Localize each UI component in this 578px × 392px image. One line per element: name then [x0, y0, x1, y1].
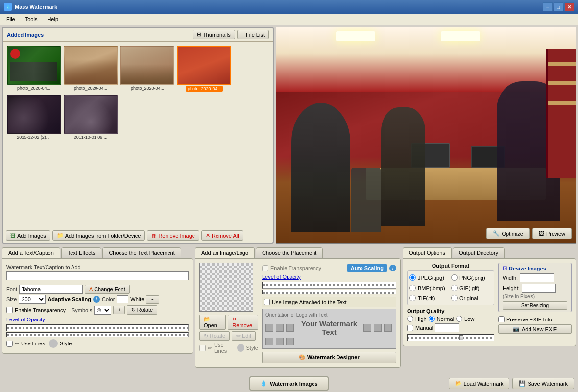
menu-help[interactable]: Help — [43, 15, 63, 24]
adaptive-scaling-label: Adaptive Scaling — [48, 296, 91, 302]
thumbnail-item[interactable]: photo_2020-04... — [120, 46, 174, 92]
auto-scaling-info-icon[interactable]: i — [389, 265, 396, 271]
width-row: Width: — [503, 273, 567, 282]
thumbnail-item[interactable]: photo_2020-04... — [177, 46, 231, 92]
remove-all-button[interactable]: ✕ Remove All — [201, 230, 243, 241]
menu-tools[interactable]: Tools — [21, 15, 42, 24]
preserve-exif-checkbox[interactable] — [498, 316, 505, 322]
tab-text-placement[interactable]: Choose the Text Placement — [102, 247, 181, 258]
thumbnail-label: 2011-10-01 09.... — [74, 135, 108, 140]
save-watermark-button[interactable]: 💾 Save Watermark — [512, 378, 574, 389]
remove-x-icon: ✕ — [232, 316, 237, 322]
logo-remove-button[interactable]: ✕ Remove — [228, 315, 258, 330]
logo-opacity-label: Level of Opacity — [262, 274, 396, 280]
logo-opacity-slider[interactable] — [262, 282, 396, 289]
watermark-images-button[interactable]: 💧 Watermark Images — [249, 376, 328, 391]
format-gif-radio[interactable] — [451, 285, 458, 291]
add-images-button[interactable]: 🖼 Add Images — [6, 230, 50, 241]
tab-choose-placement[interactable]: Choose the Placement — [256, 247, 323, 258]
quality-normal-radio[interactable] — [429, 316, 435, 322]
menu-file[interactable]: File — [2, 15, 20, 24]
pos-6[interactable] — [384, 324, 392, 332]
top-section: Added Images ⊞ Thumbnails ≡ File List — [0, 25, 578, 245]
pos-3[interactable] — [286, 324, 294, 332]
thumbnail-label: photo_2020-04... — [131, 86, 164, 91]
logo-transparency-checkbox[interactable] — [262, 265, 268, 271]
symbols-select[interactable]: ©™® — [94, 306, 111, 315]
thumbnail-item[interactable]: 2015-12-02 (2).... — [7, 95, 61, 140]
logo-opacity-slider-2[interactable] — [262, 290, 396, 294]
pos-8[interactable] — [276, 338, 284, 345]
minimize-button[interactable]: − — [543, 2, 553, 11]
format-tif-radio[interactable] — [409, 295, 416, 301]
quality-manual-checkbox[interactable] — [407, 325, 413, 331]
tab-add-text[interactable]: Add a Text/Caption — [2, 247, 60, 258]
thumbnails-icon: ⊞ — [197, 31, 201, 38]
remove-image-button[interactable]: 🗑 Remove Image — [147, 230, 199, 241]
rotate-button[interactable]: ↻ Rotate — [127, 305, 157, 315]
preview-button[interactable]: 🖼 Preview — [532, 228, 572, 239]
add-new-exif-button[interactable]: 📷 Add New EXIF — [498, 324, 572, 334]
logo-edit-button[interactable]: ✏ Edit — [232, 331, 256, 341]
quality-high-radio[interactable] — [407, 316, 413, 322]
tab-add-image-logo[interactable]: Add an Image/Logo — [195, 247, 255, 258]
rotate2-icon: ↻ — [204, 333, 208, 339]
watermark-file-buttons: 📂 Load Watermark 💾 Save Watermark — [449, 378, 574, 389]
pos-1[interactable] — [265, 324, 273, 332]
close-button[interactable]: ✕ — [564, 2, 574, 11]
thumbnails-view-button[interactable]: ⊞ Thumbnails — [193, 30, 235, 39]
tab-output-options[interactable]: Output Options — [403, 247, 452, 258]
watermark-designer-button[interactable]: 🎨 Watermark Designer — [262, 352, 396, 363]
change-font-button[interactable]: A Change Font — [85, 285, 130, 294]
format-jpeg-radio[interactable] — [409, 274, 416, 281]
watermark-text-row: Watermark Text/Caption to Add — [6, 264, 189, 270]
watermark-text-input[interactable] — [6, 271, 189, 280]
format-png-radio[interactable] — [451, 274, 458, 281]
enable-transparency-checkbox[interactable] — [6, 307, 13, 313]
maximize-button[interactable]: □ — [554, 2, 563, 11]
pos-7[interactable] — [265, 338, 273, 345]
use-lines-row: ✏ Use Lines Style — [6, 339, 189, 348]
use-image-attached-checkbox[interactable] — [264, 299, 270, 305]
pos-2[interactable] — [276, 324, 284, 332]
thumbnail-item[interactable]: photo_2020-04... — [7, 46, 61, 92]
pos-5[interactable] — [374, 324, 382, 332]
quality-manual-input[interactable] — [435, 323, 459, 332]
set-resizing-button[interactable]: Set Resizing — [503, 301, 567, 310]
quality-slider[interactable] — [407, 334, 494, 341]
save-icon: 💾 — [519, 380, 526, 387]
format-bmp-radio[interactable] — [409, 285, 416, 291]
preserve-exif-row: Preserve EXIF Info — [498, 316, 572, 322]
tab-output-directory[interactable]: Output Directory — [453, 247, 505, 258]
format-original-radio[interactable] — [451, 295, 458, 301]
opacity-slider[interactable] — [6, 324, 189, 331]
size-select[interactable]: 200100150300 — [19, 295, 46, 304]
height-input[interactable] — [522, 284, 556, 293]
add-from-folder-button[interactable]: 📁 Add Images from Folder/Device — [52, 230, 145, 241]
thumbnail-item[interactable]: photo_2020-04... — [64, 46, 118, 92]
watermark-icon: 💧 — [260, 380, 267, 387]
adaptive-scaling-info-icon[interactable]: i — [93, 296, 100, 303]
logo-open-button[interactable]: 📂 Open — [199, 315, 226, 330]
opacity-slider-2[interactable] — [6, 332, 189, 337]
filelist-view-button[interactable]: ≡ File List — [237, 30, 269, 39]
font-input[interactable] — [19, 285, 83, 294]
pos-9[interactable] — [286, 338, 294, 345]
thumbnail-item[interactable]: 2011-10-01 09.... — [64, 95, 118, 140]
optimize-button[interactable]: 🔧 Optimize — [486, 228, 529, 239]
tab-text-effects[interactable]: Text Effects — [61, 247, 102, 258]
color-options-button[interactable]: ··· — [146, 295, 159, 304]
load-watermark-button[interactable]: 📂 Load Watermark — [449, 378, 510, 389]
quality-low-radio[interactable] — [456, 316, 462, 322]
quality-slider-handle[interactable] — [459, 335, 463, 340]
logo-rotate-button[interactable]: ↻ Rotate — [199, 331, 230, 341]
output-quality-title: Output Quality — [407, 308, 494, 314]
add-symbol-button[interactable]: + — [113, 306, 125, 314]
use-lines-checkbox[interactable] — [6, 341, 13, 347]
app-icon: 💧 — [4, 3, 12, 11]
logo-use-lines-checkbox[interactable] — [199, 345, 206, 351]
format-jpeg: JPEG(.jpg) — [409, 274, 450, 281]
width-input[interactable] — [520, 273, 554, 282]
bottom-bar: 💧 Watermark Images 📂 Load Watermark 💾 Sa… — [0, 374, 578, 392]
pos-4[interactable] — [363, 324, 371, 332]
